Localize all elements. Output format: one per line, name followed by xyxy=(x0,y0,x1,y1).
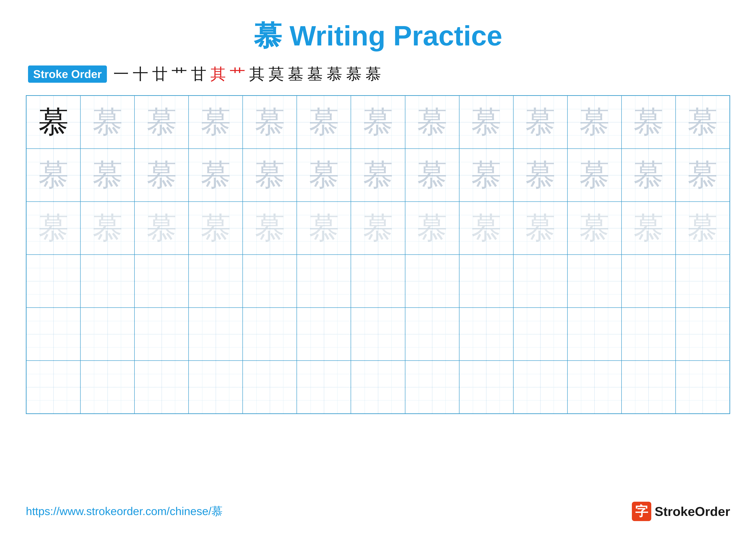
practice-char: 慕 xyxy=(363,107,393,137)
grid-cell-3-4[interactable] xyxy=(243,255,297,308)
grid-cell-5-4[interactable] xyxy=(243,361,297,414)
grid-cell-3-3[interactable] xyxy=(189,255,243,308)
practice-char: 慕 xyxy=(309,160,339,190)
grid-cell-4-3[interactable] xyxy=(189,308,243,361)
grid-cell-1-6[interactable]: 慕 xyxy=(351,149,405,202)
grid-cell-2-5[interactable]: 慕 xyxy=(297,202,351,255)
grid-cell-2-11[interactable]: 慕 xyxy=(622,202,676,255)
grid-cell-3-7[interactable] xyxy=(405,255,459,308)
practice-char: 慕 xyxy=(201,213,231,243)
grid-cell-0-2[interactable]: 慕 xyxy=(134,96,189,149)
practice-char: 慕 xyxy=(525,107,555,137)
grid-cell-3-9[interactable] xyxy=(513,255,567,308)
grid-cell-5-9[interactable] xyxy=(513,361,567,414)
grid-cell-0-5[interactable]: 慕 xyxy=(297,96,351,149)
grid-cell-5-11[interactable] xyxy=(622,361,676,414)
grid-cell-3-10[interactable] xyxy=(567,255,622,308)
grid-cell-3-6[interactable] xyxy=(351,255,405,308)
grid-cell-2-1[interactable]: 慕 xyxy=(80,202,134,255)
practice-char: 慕 xyxy=(417,107,447,137)
grid-cell-5-7[interactable] xyxy=(405,361,459,414)
grid-cell-1-3[interactable]: 慕 xyxy=(189,149,243,202)
grid-cell-5-12[interactable] xyxy=(676,361,730,414)
grid-cell-4-1[interactable] xyxy=(80,308,134,361)
grid-cell-0-4[interactable]: 慕 xyxy=(243,96,297,149)
grid-cell-1-2[interactable]: 慕 xyxy=(134,149,189,202)
grid-cell-0-9[interactable]: 慕 xyxy=(513,96,567,149)
grid-cell-2-10[interactable]: 慕 xyxy=(567,202,622,255)
grid-cell-0-10[interactable]: 慕 xyxy=(567,96,622,149)
grid-cell-5-1[interactable] xyxy=(80,361,134,414)
practice-char: 慕 xyxy=(147,213,177,243)
grid-cell-4-8[interactable] xyxy=(459,308,513,361)
practice-char: 慕 xyxy=(93,160,122,190)
grid-cell-4-9[interactable] xyxy=(513,308,567,361)
footer-url[interactable]: https://www.strokeorder.com/chinese/慕 xyxy=(26,504,223,519)
grid-cell-2-12[interactable]: 慕 xyxy=(676,202,730,255)
grid-cell-2-3[interactable]: 慕 xyxy=(189,202,243,255)
grid-cell-5-6[interactable] xyxy=(351,361,405,414)
practice-char: 慕 xyxy=(634,160,663,190)
stroke-order-badge: Stroke Order xyxy=(28,65,107,83)
grid-cell-4-10[interactable] xyxy=(567,308,622,361)
grid-cell-0-3[interactable]: 慕 xyxy=(189,96,243,149)
grid-cell-0-12[interactable]: 慕 xyxy=(676,96,730,149)
grid-cell-3-12[interactable] xyxy=(676,255,730,308)
grid-cell-2-4[interactable]: 慕 xyxy=(243,202,297,255)
practice-char: 慕 xyxy=(255,213,285,243)
grid-cell-0-0[interactable]: 慕 xyxy=(26,96,80,149)
grid-cell-1-1[interactable]: 慕 xyxy=(80,149,134,202)
grid-cell-4-7[interactable] xyxy=(405,308,459,361)
grid-cell-3-1[interactable] xyxy=(80,255,134,308)
grid-cell-5-3[interactable] xyxy=(189,361,243,414)
grid-cell-0-7[interactable]: 慕 xyxy=(405,96,459,149)
practice-char: 慕 xyxy=(363,160,393,190)
grid-cell-5-10[interactable] xyxy=(567,361,622,414)
grid-cell-2-2[interactable]: 慕 xyxy=(134,202,189,255)
grid-cell-5-5[interactable] xyxy=(297,361,351,414)
grid-cell-2-7[interactable]: 慕 xyxy=(405,202,459,255)
grid-cell-1-11[interactable]: 慕 xyxy=(622,149,676,202)
title-chinese-char: 慕 xyxy=(254,20,282,51)
grid-cell-0-6[interactable]: 慕 xyxy=(351,96,405,149)
grid-cell-0-11[interactable]: 慕 xyxy=(622,96,676,149)
grid-cell-1-10[interactable]: 慕 xyxy=(567,149,622,202)
grid-cell-2-6[interactable]: 慕 xyxy=(351,202,405,255)
grid-cell-1-9[interactable]: 慕 xyxy=(513,149,567,202)
grid-cell-5-2[interactable] xyxy=(134,361,189,414)
grid-cell-1-8[interactable]: 慕 xyxy=(459,149,513,202)
grid-cell-4-0[interactable] xyxy=(26,308,80,361)
practice-char: 慕 xyxy=(255,160,285,190)
practice-char: 慕 xyxy=(363,213,393,243)
grid-cell-4-11[interactable] xyxy=(622,308,676,361)
practice-char: 慕 xyxy=(147,160,177,190)
title-area: 慕 Writing Practice xyxy=(26,17,730,55)
grid-cell-4-5[interactable] xyxy=(297,308,351,361)
grid-cell-1-0[interactable]: 慕 xyxy=(26,149,80,202)
grid-cell-3-8[interactable] xyxy=(459,255,513,308)
stroke-9: 莫 xyxy=(269,64,284,85)
grid-cell-1-7[interactable]: 慕 xyxy=(405,149,459,202)
practice-grid: 慕慕慕慕慕慕慕慕慕慕慕慕慕慕慕慕慕慕慕慕慕慕慕慕慕慕慕慕慕慕慕慕慕慕慕慕慕慕慕 xyxy=(26,95,730,414)
grid-cell-3-2[interactable] xyxy=(134,255,189,308)
grid-cell-2-9[interactable]: 慕 xyxy=(513,202,567,255)
practice-char: 慕 xyxy=(688,213,717,243)
practice-char: 慕 xyxy=(525,160,555,190)
grid-cell-5-0[interactable] xyxy=(26,361,80,414)
grid-cell-3-5[interactable] xyxy=(297,255,351,308)
grid-cell-2-0[interactable]: 慕 xyxy=(26,202,80,255)
grid-cell-0-8[interactable]: 慕 xyxy=(459,96,513,149)
grid-cell-0-1[interactable]: 慕 xyxy=(80,96,134,149)
grid-cell-4-2[interactable] xyxy=(134,308,189,361)
grid-cell-4-6[interactable] xyxy=(351,308,405,361)
grid-cell-1-5[interactable]: 慕 xyxy=(297,149,351,202)
grid-cell-1-4[interactable]: 慕 xyxy=(243,149,297,202)
practice-char: 慕 xyxy=(471,107,501,137)
grid-cell-4-12[interactable] xyxy=(676,308,730,361)
grid-cell-3-11[interactable] xyxy=(622,255,676,308)
grid-cell-5-8[interactable] xyxy=(459,361,513,414)
grid-cell-4-4[interactable] xyxy=(243,308,297,361)
grid-cell-2-8[interactable]: 慕 xyxy=(459,202,513,255)
grid-cell-3-0[interactable] xyxy=(26,255,80,308)
grid-cell-1-12[interactable]: 慕 xyxy=(676,149,730,202)
